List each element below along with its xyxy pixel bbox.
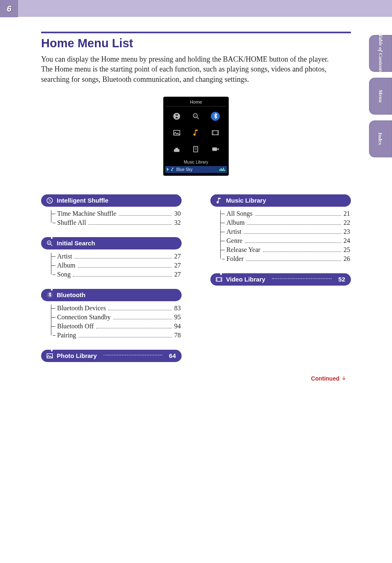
toc-label: Connection Standby xyxy=(57,314,111,321)
now-playing-title: Blue Sky xyxy=(176,167,192,172)
toc-label: All Songs xyxy=(226,210,253,217)
toc-page: 95 xyxy=(174,314,181,321)
toc-label: Folder xyxy=(226,255,244,263)
toc-page: 30 xyxy=(174,210,181,217)
toc-row[interactable]: All Songs21 xyxy=(221,210,350,217)
side-tabs: Table of Contents Menu Index xyxy=(369,35,392,157)
svg-rect-4 xyxy=(212,131,214,135)
toc-row[interactable]: Pairing78 xyxy=(51,332,181,339)
toc-page: 27 xyxy=(174,271,181,278)
section-title: Bluetooth xyxy=(57,291,85,298)
toc-row[interactable]: Bluetooth Devices83 xyxy=(51,305,181,312)
toc-row[interactable]: Connection Standby95 xyxy=(51,314,181,321)
section-header-link[interactable]: Photo Library64 xyxy=(41,350,182,362)
right-column: Music LibraryAll Songs21Album22Artist23G… xyxy=(210,194,351,373)
section-page: 52 xyxy=(338,276,345,283)
continued-link[interactable]: Continued xyxy=(0,373,392,382)
section-tree: All Songs21Album22Artist23Genre24Release… xyxy=(220,210,350,263)
toc-row[interactable]: Artist27 xyxy=(51,253,181,260)
toc-page: 23 xyxy=(344,228,350,235)
toc-label: Album xyxy=(226,219,244,226)
side-tab-menu[interactable]: Menu xyxy=(369,78,392,115)
play-triangle-icon xyxy=(167,168,169,171)
left-column: Intelligent ShuffleTime Machine Shuffle3… xyxy=(41,194,182,373)
device-now-playing: Blue Sky xyxy=(165,166,227,173)
section-header-link[interactable]: Video Library52 xyxy=(210,273,351,286)
toc-page: 78 xyxy=(174,332,181,339)
toc-page: 32 xyxy=(174,219,181,226)
playlist-icon xyxy=(187,142,205,157)
section-header[interactable]: Music Library xyxy=(210,194,351,207)
section-tree: Time Machine Shuffle30Shuffle All32 xyxy=(51,210,181,226)
device-selected-label: Music Library xyxy=(165,159,227,166)
toc-row[interactable]: Song27 xyxy=(51,271,181,278)
toc-page: 27 xyxy=(174,262,181,269)
toc-label: Pairing xyxy=(57,332,76,339)
section-title: Video Library xyxy=(226,276,265,283)
page-number: 6 xyxy=(0,0,18,17)
side-tab-toc-label: Table of Contents xyxy=(378,34,383,73)
toc-label: Bluetooth Devices xyxy=(57,305,106,312)
search-icon: A xyxy=(187,109,205,124)
side-tab-menu-label: Menu xyxy=(378,90,383,103)
toc-row[interactable]: Album22 xyxy=(221,219,350,226)
toc-page: 24 xyxy=(344,237,350,245)
toc-label: Artist xyxy=(226,228,241,235)
video-icon xyxy=(207,125,224,140)
section-tree: Artist27Album27Song27 xyxy=(51,253,181,278)
music-icon xyxy=(187,125,205,140)
section-title: Initial Search xyxy=(57,240,95,247)
toc-label: Song xyxy=(57,271,71,278)
toc-row[interactable]: Folder26 xyxy=(221,255,350,263)
shuffle-icon xyxy=(168,109,185,124)
toc-page: 22 xyxy=(344,219,350,226)
toc-page: 83 xyxy=(174,305,181,312)
video-icon xyxy=(215,276,223,283)
svg-text:A: A xyxy=(194,115,196,117)
svg-rect-6 xyxy=(174,149,179,152)
page-title: Home Menu List xyxy=(41,37,351,50)
top-band: 6 xyxy=(0,0,392,17)
svg-rect-8 xyxy=(194,146,198,152)
svg-rect-7 xyxy=(175,148,178,149)
equalizer-icon xyxy=(219,168,225,171)
mini-note-icon xyxy=(171,167,175,171)
bluetooth-icon xyxy=(207,109,224,124)
music-icon xyxy=(215,197,223,204)
toc-row[interactable]: Bluetooth Off94 xyxy=(51,323,181,330)
toc-label: Bluetooth Off xyxy=(57,323,94,330)
continued-label: Continued xyxy=(311,375,339,382)
toc-row[interactable]: Album27 xyxy=(51,262,181,269)
section-title: Photo Library xyxy=(57,352,97,359)
section-header[interactable]: Bluetooth xyxy=(41,289,182,301)
toc-page: 21 xyxy=(344,210,350,217)
toc-page: 25 xyxy=(344,246,350,254)
svg-rect-9 xyxy=(212,148,217,151)
toc-row[interactable]: Time Machine Shuffle30 xyxy=(51,210,181,217)
toc-label: Artist xyxy=(57,253,72,260)
section-header[interactable]: Intelligent Shuffle xyxy=(41,194,182,207)
toc-row[interactable]: Genre24 xyxy=(221,237,350,245)
toc-label: Album xyxy=(57,262,75,269)
toc-label: Release Year xyxy=(226,246,261,254)
toc-row[interactable]: Artist23 xyxy=(221,228,350,235)
down-arrow-icon xyxy=(341,376,347,381)
toc-page: 94 xyxy=(174,323,181,330)
svg-point-10 xyxy=(47,198,53,203)
intro-text: You can display the Home menu by pressin… xyxy=(41,54,337,84)
section-header[interactable]: AInitial Search xyxy=(41,237,182,249)
side-tab-index-label: Index xyxy=(378,132,383,145)
svg-rect-5 xyxy=(217,131,219,135)
device-header: Home xyxy=(165,99,227,106)
section-title: Music Library xyxy=(226,197,266,204)
section-tree: Bluetooth Devices83Connection Standby95B… xyxy=(51,305,181,339)
side-tab-toc[interactable]: Table of Contents xyxy=(369,35,392,72)
side-tab-index[interactable]: Index xyxy=(369,120,392,157)
title-divider xyxy=(41,32,351,33)
toc-label: Genre xyxy=(226,237,242,245)
toc-row[interactable]: Release Year25 xyxy=(221,246,350,254)
section-page: 64 xyxy=(169,352,176,359)
settings-icon xyxy=(168,142,185,157)
shuffle-icon xyxy=(46,197,53,204)
toc-row[interactable]: Shuffle All32 xyxy=(51,219,181,226)
